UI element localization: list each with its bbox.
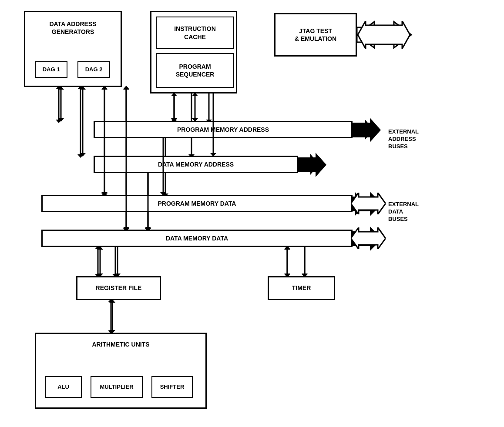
dmdb-double-arrow [351, 227, 386, 249]
svg-marker-48 [358, 21, 410, 49]
shifter-label: SHIFTER [160, 384, 185, 391]
data-memory-data-bus: DATA MEMORY DATA [41, 230, 353, 247]
multiplier-label: MULTIPLIER [100, 384, 133, 391]
pmab-arrow-right [352, 119, 373, 140]
jtag-block: JTAG TEST & EMULATION [274, 13, 357, 57]
program-memory-address-label: PROGRAM MEMORY ADDRESS [177, 126, 269, 133]
jtag-label: JTAG TEST & EMULATION [295, 27, 336, 43]
instruction-cache-block: INSTRUCTION CACHE [156, 17, 234, 49]
svg-marker-50 [297, 154, 319, 175]
dmab-arrow-right [297, 154, 319, 175]
instruction-cache-label: INSTRUCTION CACHE [174, 25, 216, 40]
svg-marker-52 [351, 227, 386, 249]
svg-marker-64 [123, 86, 129, 90]
data-memory-address-bus: DATA MEMORY ADDRESS [94, 156, 298, 173]
register-file-label: REGISTER FILE [96, 284, 142, 292]
external-data-buses-label: EXTERNAL DATA BUSES [388, 201, 419, 223]
program-memory-address-bus: PROGRAM MEMORY ADDRESS [94, 121, 353, 138]
data-memory-data-label: DATA MEMORY DATA [166, 235, 228, 242]
diagram: DATA ADDRESS GENERATORS DAG 1 DAG 2 INST… [0, 0, 504, 427]
shifter-block: SHIFTER [151, 376, 193, 398]
pmdb-double-arrow [351, 193, 386, 214]
dag-block: DATA ADDRESS GENERATORS DAG 1 DAG 2 [24, 11, 122, 87]
arithmetic-units-label: ARITHMETIC UNITS [36, 340, 205, 348]
instruction-outer-block: INSTRUCTION CACHE PROGRAM SEQUENCER [150, 11, 237, 93]
external-address-buses-label: EXTERNAL ADDRESS BUSES [388, 128, 419, 150]
program-sequencer-label: PROGRAM SEQUENCER [176, 63, 215, 78]
svg-marker-8 [77, 154, 84, 158]
register-file-block: REGISTER FILE [76, 276, 161, 300]
svg-marker-5 [56, 120, 62, 123]
arithmetic-units-block: ARITHMETIC UNITS ALU MULTIPLIER SHIFTER [35, 333, 207, 409]
dag2-label: DAG 2 [85, 66, 103, 73]
svg-marker-54 [58, 118, 64, 122]
jtag-double-arrow [358, 21, 410, 49]
alu-block: ALU [45, 376, 82, 398]
svg-marker-49 [352, 119, 373, 140]
svg-marker-15 [123, 86, 129, 89]
dag1-label: DAG 1 [43, 66, 60, 73]
dag1-block: DAG 1 [35, 61, 67, 78]
svg-marker-51 [351, 193, 386, 214]
program-sequencer-block: PROGRAM SEQUENCER [156, 53, 234, 88]
alu-label: ALU [57, 384, 69, 391]
data-memory-address-label: DATA MEMORY ADDRESS [158, 161, 234, 168]
multiplier-block: MULTIPLIER [91, 376, 143, 398]
dag2-block: DAG 2 [77, 61, 110, 78]
timer-label: TIMER [292, 284, 311, 292]
dag-label: DATA ADDRESS GENERATORS [25, 20, 121, 36]
timer-block: TIMER [268, 276, 335, 300]
program-memory-data-bus: PROGRAM MEMORY DATA [41, 195, 353, 212]
program-memory-data-label: PROGRAM MEMORY DATA [158, 200, 236, 207]
svg-marker-57 [80, 153, 86, 157]
